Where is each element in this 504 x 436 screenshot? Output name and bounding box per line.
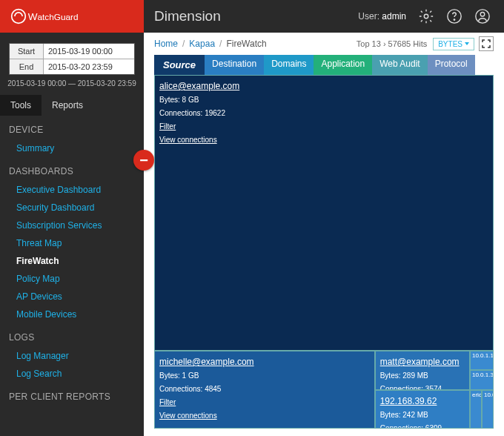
help-button[interactable] <box>443 5 465 27</box>
treemap-cell-tiny3[interactable]: eric <box>470 390 482 429</box>
cell-view-link[interactable]: View connections <box>159 136 217 144</box>
date-end-value[interactable]: 2015-03-20 23:59 <box>44 59 134 74</box>
treemap-cell-tiny4[interactable]: 10.0. <box>482 390 494 429</box>
collapse-sidebar-button[interactable]: − <box>133 150 154 171</box>
nav-ap-devices[interactable]: AP Devices <box>0 288 144 305</box>
nav-log-search[interactable]: Log Search <box>0 365 144 383</box>
bytes-dropdown[interactable]: BYTES <box>433 38 474 50</box>
breadcrumb-bar: Home / Kapaa / FireWatch Top 13 › 57685 … <box>144 33 504 55</box>
tab-protocol[interactable]: Protocol <box>428 55 475 75</box>
nav-security-dashboard[interactable]: Security Dashboard <box>0 199 144 217</box>
cell-connections: Connections: 6309 <box>380 424 442 429</box>
nav-log-manager[interactable]: Log Manager <box>0 347 144 365</box>
svg-text:W: W <box>28 11 38 22</box>
tab-web-audit[interactable]: Web Audit <box>372 55 427 75</box>
cell-view-link[interactable]: View connections <box>159 412 217 420</box>
svg-point-5 <box>454 19 454 20</box>
help-icon <box>446 8 462 24</box>
cell-bytes: Bytes: 242 MB <box>380 411 428 419</box>
svg-point-7 <box>480 13 485 17</box>
watchguard-logo-icon: W atchGuard <box>10 8 117 24</box>
cell-title: 192.168.39.62 <box>380 396 437 406</box>
account-button[interactable] <box>471 5 494 27</box>
cell-bytes: Bytes: 1 GB <box>159 371 199 380</box>
cell-title: matt@example.com <box>380 357 460 367</box>
nav-subscription-services[interactable]: Subscription Services <box>0 217 144 234</box>
nav-summary[interactable]: Summary <box>0 139 144 157</box>
nav-threat-map[interactable]: Threat Map <box>0 234 144 252</box>
section-dashboards: DASHBOARDS <box>0 157 144 181</box>
treemap-cell-ip[interactable]: 192.168.39.62 Bytes: 242 MB Connections:… <box>375 390 470 429</box>
treemap-cell-tiny2[interactable]: 10.0.1.3 <box>470 370 494 389</box>
sidebar-tabs: Tools Reports <box>0 95 144 116</box>
tab-reports[interactable]: Reports <box>42 95 93 116</box>
top-bar: W atchGuard Dimension User: admin <box>0 0 504 33</box>
date-range-caption: 2015-03-19 00:00 — 2015-03-20 23:59 <box>0 79 144 87</box>
view-tabs: Source Destination Domains Application W… <box>154 55 494 75</box>
nav-policy-map[interactable]: Policy Map <box>0 270 144 288</box>
date-start-value[interactable]: 2015-03-19 00:00 <box>44 44 134 59</box>
date-start-label: Start <box>10 44 44 59</box>
treemap-cell-alice[interactable]: alice@example.com Bytes: 8 GB Connection… <box>154 75 494 351</box>
cell-filter-link[interactable]: Filter <box>159 122 176 131</box>
cell-title: michelle@example.com <box>159 357 254 367</box>
cell-connections: Connections: 4845 <box>159 385 221 393</box>
section-device: DEVICE <box>0 116 144 139</box>
breadcrumb-home[interactable]: Home <box>154 39 178 49</box>
tab-domains[interactable]: Domains <box>264 55 314 75</box>
app-name: Dimension <box>154 8 221 24</box>
treemap-cell-tiny1[interactable]: 10.0.1.1 <box>470 351 494 370</box>
section-per-client: PER CLIENT REPORTS <box>0 383 144 406</box>
main-content: Home / Kapaa / FireWatch Top 13 › 57685 … <box>144 33 504 436</box>
treemap-cell-matt[interactable]: matt@example.com Bytes: 289 MB Connectio… <box>375 351 470 389</box>
svg-text:atchGuard: atchGuard <box>37 12 78 22</box>
tab-source[interactable]: Source <box>154 55 205 75</box>
svg-point-0 <box>12 10 26 24</box>
brand-logo: W atchGuard <box>0 0 144 33</box>
cell-filter-link[interactable]: Filter <box>159 398 176 406</box>
cell-bytes: Bytes: 8 GB <box>159 96 199 104</box>
hits-info: Top 13 › 57685 Hits <box>357 39 427 48</box>
settings-button[interactable] <box>415 5 437 27</box>
gear-icon <box>418 8 434 24</box>
svg-point-3 <box>424 14 428 19</box>
sidebar: Start 2015-03-19 00:00 End 2015-03-20 23… <box>0 33 144 436</box>
tab-destination[interactable]: Destination <box>205 55 264 75</box>
section-logs: LOGS <box>0 323 144 347</box>
nav-mobile-devices[interactable]: Mobile Devices <box>0 305 144 323</box>
fullscreen-button[interactable] <box>479 36 494 51</box>
breadcrumb-mid[interactable]: Kapaa <box>189 39 215 49</box>
cell-connections: Connections: 19622 <box>159 109 225 117</box>
tab-tools[interactable]: Tools <box>0 95 42 116</box>
nav-executive-dashboard[interactable]: Executive Dashboard <box>0 181 144 199</box>
breadcrumb-current: FireWatch <box>226 39 266 49</box>
user-icon <box>474 8 491 24</box>
tab-application[interactable]: Application <box>314 55 372 75</box>
cell-title: alice@example.com <box>159 81 239 91</box>
user-label: User: admin <box>358 11 406 22</box>
cell-bytes: Bytes: 289 MB <box>380 371 428 380</box>
date-end-label: End <box>10 59 44 74</box>
nav-firewatch[interactable]: FireWatch <box>0 252 144 270</box>
treemap: alice@example.com Bytes: 8 GB Connection… <box>154 75 494 429</box>
treemap-cell-michelle[interactable]: michelle@example.com Bytes: 1 GB Connect… <box>154 351 375 429</box>
date-range-box: Start 2015-03-19 00:00 End 2015-03-20 23… <box>9 43 135 75</box>
expand-icon <box>482 39 491 48</box>
